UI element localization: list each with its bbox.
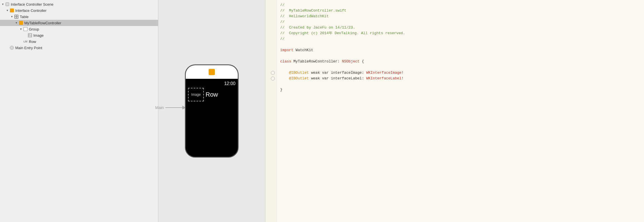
code-line	[280, 81, 641, 87]
tree-item-group[interactable]: Group	[0, 26, 158, 32]
tree-item-scene[interactable]: Interface Controller Scene	[0, 1, 158, 7]
main-label: Main	[155, 105, 164, 110]
tree-item-entry-point[interactable]: Main Entry Point	[0, 45, 158, 51]
tree-item-image[interactable]: Image	[0, 32, 158, 38]
row-controller-label: MyTableRowController	[24, 21, 61, 25]
image-label: Image	[33, 33, 44, 38]
code-line: @IBOutlet weak var interfaceImage: WKInt…	[280, 70, 641, 76]
code-line: // MyTableRowController.swift	[280, 8, 641, 14]
code-line: // Created by JaceFu on 14/11/23.	[280, 25, 641, 31]
watch-row-label: Row	[206, 91, 218, 98]
watch-time: 12:00	[188, 81, 235, 86]
group-icon	[23, 27, 28, 31]
nav-tree: Interface Controller Scene Interface Con…	[0, 0, 158, 222]
code-line	[280, 42, 641, 47]
code-line: // Copyright (c) 2014年 DevTalking. All r…	[280, 31, 641, 36]
triangle-group	[19, 27, 23, 31]
entry-icon	[10, 45, 14, 50]
navigator-panel: Interface Controller Scene Interface Con…	[0, 0, 158, 222]
code-line: import WatchKit	[280, 47, 641, 53]
tree-item-row-controller[interactable]: MyTableRowController	[0, 20, 158, 26]
svg-rect-2	[28, 34, 32, 37]
code-line	[280, 53, 641, 59]
triangle-scene	[1, 3, 5, 6]
watch-screen: 12:00 Image Row	[186, 79, 238, 157]
table-icon	[14, 14, 19, 19]
watch-row: Image Row	[188, 88, 235, 101]
controller-label: Interface Controller	[15, 8, 47, 13]
row-controller-icon	[19, 21, 23, 25]
scene-label: Interface Controller Scene	[11, 2, 53, 6]
code-line: class MyTableRowController: NSObject {	[280, 59, 641, 64]
code-gutter	[265, 0, 277, 222]
watch-image-placeholder: Image	[188, 88, 204, 101]
code-editor: //// MyTableRowController.swift// Hellow…	[265, 0, 644, 222]
code-line: }	[280, 87, 641, 93]
code-line: //	[280, 36, 641, 42]
triangle-controller	[6, 9, 9, 12]
main-entry-arrow: Main	[155, 105, 186, 110]
code-line: //	[280, 2, 641, 8]
code-line: //	[280, 19, 641, 25]
watch-top-bar	[186, 65, 238, 79]
code-content: //// MyTableRowController.swift// Hellow…	[277, 0, 644, 222]
tree-item-controller[interactable]: Interface Controller	[0, 7, 158, 14]
image-icon	[28, 33, 32, 38]
watch-yellow-icon	[209, 69, 215, 75]
arrow	[165, 106, 186, 110]
watch-device: 12:00 Image Row	[185, 64, 239, 158]
canvas: Main 12:00 Image Row	[158, 0, 265, 222]
code-line: // HelloworldWatchKit	[280, 14, 641, 19]
tree-item-label-row[interactable]: Lbl Row	[0, 38, 158, 45]
tree-item-table[interactable]: Table	[0, 14, 158, 20]
entry-label: Main Entry Point	[15, 46, 42, 50]
table-label: Table	[20, 15, 29, 19]
code-line	[280, 64, 641, 70]
triangle-row-controller	[15, 21, 18, 25]
scene-icon	[5, 2, 10, 6]
label-row-label: Row	[29, 40, 36, 44]
code-line: @IBOutlet weak var interfaceLabel: WKInt…	[280, 76, 641, 81]
triangle-table	[10, 15, 14, 18]
group-label: Group	[29, 27, 39, 31]
label-icon: Lbl	[23, 39, 28, 44]
svg-rect-1	[6, 3, 8, 5]
controller-icon	[10, 8, 14, 13]
